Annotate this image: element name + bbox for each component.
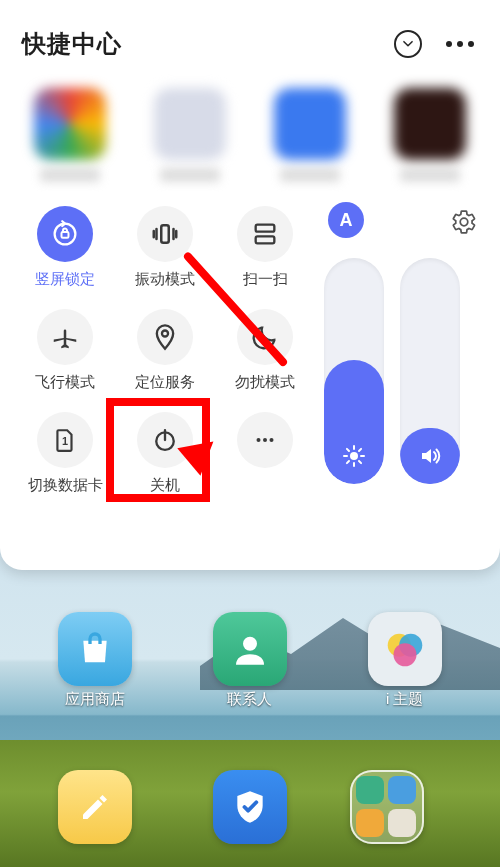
power-icon	[151, 426, 179, 454]
qs-label: 勿扰模式	[220, 373, 310, 392]
recent-app[interactable]	[260, 88, 360, 182]
app-label: 联系人	[195, 690, 305, 709]
qs-label: 关机	[120, 476, 210, 495]
qs-more[interactable]	[220, 412, 310, 495]
qs-location[interactable]: 定位服务	[120, 309, 210, 392]
svg-text:1: 1	[62, 435, 68, 447]
vibrate-icon	[150, 219, 180, 249]
qs-label: 扫一扫	[220, 270, 310, 289]
home-row-1: 应用商店 联系人 i 主题	[0, 612, 500, 709]
header-actions	[394, 30, 474, 58]
bag-icon	[75, 629, 115, 669]
qs-dnd[interactable]: 勿扰模式	[220, 309, 310, 392]
svg-rect-4	[256, 236, 275, 243]
more-horizontal-icon	[253, 428, 277, 452]
sim-icon: 1	[52, 427, 78, 453]
svg-rect-3	[256, 225, 275, 232]
speaker-icon	[418, 444, 442, 468]
rotation-lock-icon	[50, 219, 80, 249]
qs-portrait-lock[interactable]: 竖屏锁定	[20, 206, 110, 289]
person-icon	[229, 628, 271, 670]
recent-app[interactable]	[380, 88, 480, 182]
brightness-slider[interactable]	[324, 258, 384, 484]
home-row-2	[0, 770, 500, 848]
svg-point-0	[55, 224, 76, 245]
svg-line-18	[359, 461, 361, 463]
panel-header: 快捷中心	[0, 0, 500, 78]
svg-point-10	[263, 438, 267, 442]
auto-brightness-toggle[interactable]: A	[328, 202, 364, 238]
home-screen: 应用商店 联系人 i 主题	[0, 520, 500, 867]
qs-label: 定位服务	[120, 373, 210, 392]
qs-label: 竖屏锁定	[20, 270, 110, 289]
collapse-button[interactable]	[394, 30, 422, 58]
pencil-icon	[77, 789, 113, 825]
shield-check-icon	[231, 788, 269, 826]
svg-line-19	[347, 461, 349, 463]
quick-settings-body: 竖屏锁定 振动模式 扫一扫 飞行模式	[0, 206, 500, 513]
app-contacts[interactable]: 联系人	[195, 612, 305, 709]
svg-line-17	[347, 449, 349, 451]
svg-point-21	[243, 637, 257, 651]
recent-apps-row	[0, 78, 500, 206]
svg-rect-1	[62, 232, 69, 238]
control-center-panel: 快捷中心 竖屏锁定 振动模式	[0, 0, 500, 570]
svg-point-9	[257, 438, 261, 442]
qs-label: 切换数据卡	[20, 476, 110, 495]
theme-icon	[382, 626, 428, 672]
quick-settings-grid: 竖屏锁定 振动模式 扫一扫 飞行模式	[20, 206, 310, 495]
qs-airplane[interactable]: 飞行模式	[20, 309, 110, 392]
scan-icon	[251, 220, 279, 248]
qs-label: 飞行模式	[20, 373, 110, 392]
app-notes[interactable]	[40, 770, 150, 848]
chevron-down-icon	[401, 37, 415, 51]
airplane-icon	[50, 322, 80, 352]
svg-point-11	[270, 438, 274, 442]
location-pin-icon	[151, 323, 179, 351]
recent-app[interactable]	[140, 88, 240, 182]
qs-label: 振动模式	[120, 270, 210, 289]
panel-title: 快捷中心	[22, 28, 122, 60]
brightness-icon	[342, 444, 366, 468]
app-security[interactable]	[195, 770, 305, 848]
app-folder[interactable]	[350, 770, 460, 848]
app-themes[interactable]: i 主题	[350, 612, 460, 709]
app-store[interactable]: 应用商店	[40, 612, 150, 709]
more-button[interactable]	[446, 41, 474, 47]
qs-label-empty	[220, 476, 310, 492]
app-label: i 主题	[350, 690, 460, 709]
moon-icon	[251, 323, 279, 351]
qs-sim-switch[interactable]: 1 切换数据卡	[20, 412, 110, 495]
settings-button[interactable]	[450, 208, 478, 236]
sliders-column: A	[324, 206, 480, 495]
volume-slider[interactable]	[400, 258, 460, 484]
recent-app[interactable]	[20, 88, 120, 182]
qs-vibrate[interactable]: 振动模式	[120, 206, 210, 289]
svg-line-20	[359, 449, 361, 451]
app-label: 应用商店	[40, 690, 150, 709]
qs-power-off[interactable]: 关机	[120, 412, 210, 495]
qs-scan[interactable]: 扫一扫	[220, 206, 310, 289]
gear-icon	[451, 209, 477, 235]
svg-point-5	[162, 330, 168, 336]
svg-point-12	[350, 452, 358, 460]
svg-point-24	[393, 643, 416, 666]
svg-rect-2	[161, 225, 169, 243]
